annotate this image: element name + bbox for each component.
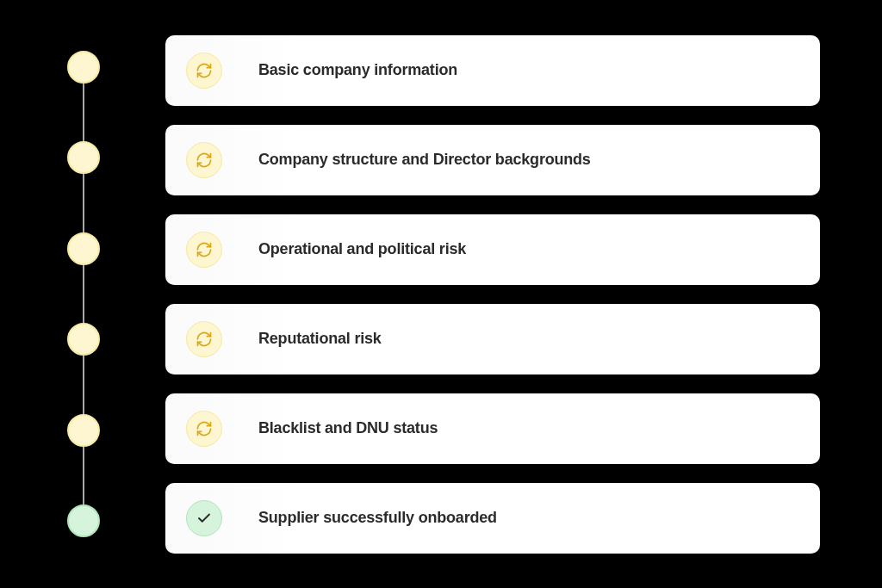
step-card-supplier-onboarded: Supplier successfully onboarded — [165, 483, 820, 554]
refresh-icon — [186, 232, 222, 268]
refresh-icon — [186, 411, 222, 447]
step-label: Reputational risk — [258, 330, 382, 348]
timeline-connector — [83, 65, 84, 524]
step-card-operational-political-risk: Operational and political risk — [165, 214, 820, 285]
check-icon — [186, 500, 222, 536]
timeline-node-step-5 — [67, 414, 100, 447]
step-label: Supplier successfully onboarded — [258, 509, 497, 527]
step-label: Operational and political risk — [258, 240, 466, 258]
step-card-basic-company-info: Basic company information — [165, 35, 820, 106]
timeline-node-step-2 — [67, 141, 100, 174]
step-label: Blacklist and DNU status — [258, 419, 438, 437]
refresh-icon — [186, 53, 222, 89]
step-card-reputational-risk: Reputational risk — [165, 304, 820, 374]
onboarding-timeline: Basic company information Company struct… — [28, 18, 854, 571]
timeline-node-step-3 — [67, 232, 100, 265]
timeline-node-step-6 — [67, 504, 100, 537]
timeline-node-step-4 — [67, 323, 100, 356]
timeline-track — [62, 35, 105, 554]
step-label: Basic company information — [258, 61, 457, 79]
step-card-list: Basic company information Company struct… — [165, 35, 820, 554]
refresh-icon — [186, 321, 222, 357]
step-card-blacklist-dnu: Blacklist and DNU status — [165, 393, 820, 464]
step-card-company-structure: Company structure and Director backgroun… — [165, 125, 820, 195]
refresh-icon — [186, 142, 222, 178]
step-label: Company structure and Director backgroun… — [258, 151, 591, 169]
timeline-node-step-1 — [67, 51, 100, 84]
